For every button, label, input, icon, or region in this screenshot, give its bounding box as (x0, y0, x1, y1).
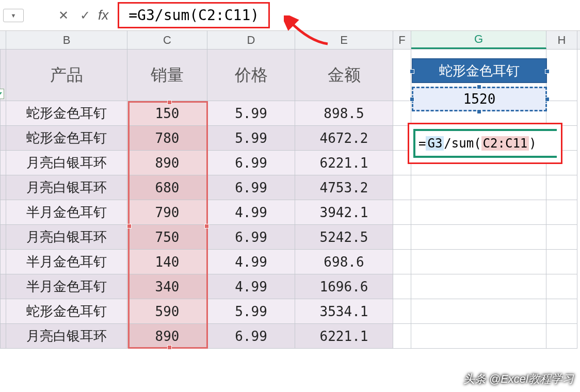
header-price[interactable]: 价格 (207, 50, 295, 101)
col-header-f[interactable]: F (393, 31, 411, 49)
cell[interactable] (546, 299, 577, 324)
cancel-icon[interactable]: ✕ (55, 7, 72, 24)
cell[interactable] (546, 101, 577, 126)
cell-price[interactable]: 6.99 (207, 225, 295, 250)
cell-sales[interactable]: 890 (127, 324, 207, 349)
cell-amount[interactable]: 898.5 (295, 101, 393, 126)
cell[interactable] (393, 225, 411, 250)
cell-price[interactable]: 6.99 (207, 324, 295, 349)
cell-sales[interactable]: 680 (127, 175, 207, 200)
fx-label[interactable]: fx (98, 7, 108, 23)
cell-product[interactable]: 月亮白银耳环 (6, 151, 127, 175)
formula-input[interactable]: =G3/sum(C2:C11) (118, 2, 270, 28)
cell-price[interactable]: 6.99 (207, 175, 295, 200)
cell-price[interactable]: 4.99 (207, 274, 295, 299)
cell[interactable] (0, 200, 6, 225)
cell-price[interactable]: 5.99 (207, 299, 295, 324)
cell[interactable] (393, 250, 411, 274)
cell[interactable] (393, 175, 411, 200)
cell[interactable] (411, 299, 546, 324)
cell[interactable] (546, 50, 577, 101)
cell-sales[interactable]: 890 (127, 151, 207, 175)
cell-sales[interactable]: 590 (127, 299, 207, 324)
cell-product[interactable]: 月亮白银耳环 (6, 225, 127, 250)
col-header-c[interactable]: C (127, 31, 207, 49)
cell-price[interactable]: 4.99 (207, 200, 295, 225)
cell-sales[interactable]: 750 (127, 225, 207, 250)
cell-product[interactable]: 半月金色耳钉 (6, 250, 127, 274)
cell-sales[interactable]: 140 (127, 250, 207, 274)
cell[interactable] (393, 200, 411, 225)
cell-sales[interactable]: 780 (127, 126, 207, 151)
header-product[interactable]: 产品 (6, 50, 127, 101)
cell-amount[interactable]: 698.6 (295, 250, 393, 274)
cell-amount[interactable]: 5242.5 (295, 225, 393, 250)
cell[interactable] (411, 175, 546, 200)
cell[interactable] (0, 274, 6, 299)
col-header-b[interactable]: B (6, 31, 127, 49)
side-value-cell[interactable]: 1520 (412, 87, 547, 111)
cell-price[interactable]: 4.99 (207, 250, 295, 274)
side-formula-text: =G3/sum(C2:C11) (413, 129, 557, 158)
cell-product[interactable]: 月亮白银耳环 (6, 324, 127, 349)
cell[interactable] (0, 225, 6, 250)
cell-product[interactable]: 蛇形金色耳钉 (6, 101, 127, 126)
cell-amount[interactable]: 1696.6 (295, 274, 393, 299)
filter-dropdown-icon[interactable] (0, 89, 4, 99)
side-header-cell[interactable]: 蛇形金色耳钉 (412, 58, 547, 83)
col-header-d[interactable]: D (207, 31, 295, 49)
cell[interactable] (0, 299, 6, 324)
name-box-dropdown[interactable]: ▼ (3, 9, 24, 22)
cell-product[interactable]: 半月金色耳钉 (6, 274, 127, 299)
cell-price[interactable]: 6.99 (207, 151, 295, 175)
cell[interactable] (0, 175, 6, 200)
cell-amount[interactable]: 4672.2 (295, 126, 393, 151)
cell[interactable] (546, 225, 577, 250)
cell-product[interactable]: 蛇形金色耳钉 (6, 126, 127, 151)
col-header-g[interactable]: G (411, 31, 546, 49)
cell[interactable] (411, 274, 546, 299)
cell[interactable] (546, 274, 577, 299)
cell-amount[interactable]: 6221.1 (295, 324, 393, 349)
annotation-arrow (284, 15, 330, 46)
cell[interactable] (393, 274, 411, 299)
cell-amount[interactable]: 3534.1 (295, 299, 393, 324)
cell[interactable] (0, 250, 6, 274)
cell-price[interactable]: 5.99 (207, 101, 295, 126)
cell[interactable] (393, 299, 411, 324)
cell[interactable] (546, 324, 577, 349)
cell[interactable] (411, 225, 546, 250)
cell[interactable] (0, 324, 6, 349)
cell[interactable] (0, 101, 6, 126)
cell[interactable] (411, 200, 546, 225)
cell-product[interactable]: 蛇形金色耳钉 (6, 299, 127, 324)
cell-price[interactable]: 5.99 (207, 126, 295, 151)
cell[interactable] (411, 250, 546, 274)
cell-product[interactable]: 月亮白银耳环 (6, 175, 127, 200)
cell-amount[interactable]: 6221.1 (295, 151, 393, 175)
table-row: 半月金色耳钉 340 4.99 1696.6 (0, 274, 580, 299)
col-header-h[interactable]: H (546, 31, 577, 49)
cell[interactable] (411, 324, 546, 349)
cell-amount[interactable]: 3942.1 (295, 200, 393, 225)
cell[interactable] (393, 324, 411, 349)
table-row: 月亮白银耳环 750 6.99 5242.5 (0, 225, 580, 250)
cell-product[interactable]: 半月金色耳钉 (6, 200, 127, 225)
col-header-a[interactable] (0, 31, 6, 49)
table-row: 月亮白银耳环 890 6.99 6221.1 (0, 324, 580, 349)
cell[interactable] (546, 200, 577, 225)
header-amount[interactable]: 金额 (295, 50, 393, 101)
cell-amount[interactable]: 4753.2 (295, 175, 393, 200)
cell[interactable] (0, 50, 6, 101)
cell-sales[interactable]: 150 (127, 101, 207, 126)
cell[interactable] (546, 250, 577, 274)
cell-sales[interactable]: 340 (127, 274, 207, 299)
cell[interactable] (0, 151, 6, 175)
cell[interactable] (393, 101, 411, 126)
confirm-icon[interactable]: ✓ (76, 7, 94, 24)
cell[interactable] (546, 175, 577, 200)
cell[interactable] (393, 50, 411, 101)
cell-sales[interactable]: 790 (127, 200, 207, 225)
cell[interactable] (0, 126, 6, 151)
header-sales[interactable]: 销量 (127, 50, 207, 101)
